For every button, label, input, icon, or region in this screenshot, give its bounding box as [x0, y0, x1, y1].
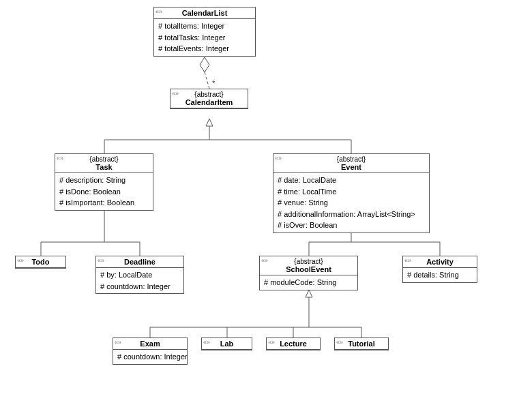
exam-name: Exam: [116, 340, 184, 348]
corner-tl: «»: [336, 339, 343, 346]
class-deadline: «» Deadline # by: LocalDate # countdown:…: [95, 256, 184, 294]
attr: # date: LocalDate: [278, 175, 425, 186]
attr: # by: LocalDate: [100, 269, 179, 281]
corner-tl: «»: [98, 257, 104, 264]
attr: # moduleCode: String: [264, 277, 353, 288]
corner-tl: «»: [268, 339, 275, 346]
attr: # venue: String: [278, 197, 425, 209]
corner-tl: «»: [203, 339, 210, 346]
class-todo: «» Todo: [15, 256, 66, 269]
class-schoolevent: «» {abstract} SchoolEvent # moduleCode: …: [259, 256, 358, 290]
class-calendarlist: «» CalendarList # totalItems: Integer # …: [153, 7, 256, 57]
schoolevent-name: SchoolEvent: [263, 265, 355, 273]
svg-text:*: *: [212, 79, 216, 87]
deadline-name: Deadline: [99, 258, 181, 266]
corner-tl: «»: [57, 155, 63, 162]
class-task: «» {abstract} Task # description: String…: [55, 153, 153, 211]
activity-attrs: # details: String: [403, 268, 477, 282]
lecture-name: Lecture: [269, 340, 317, 348]
task-name: Task: [58, 163, 150, 171]
class-activity: «» Activity # details: String: [402, 256, 477, 283]
corner-tl: «»: [155, 8, 162, 15]
attr: # isImportant: Boolean: [59, 197, 149, 209]
lab-name: Lab: [205, 340, 249, 348]
exam-attrs: # countdown: Integer: [113, 350, 187, 364]
deadline-attrs: # by: LocalDate # countdown: Integer: [96, 268, 183, 293]
event-name: Event: [276, 163, 426, 171]
svg-marker-27: [306, 290, 312, 297]
schoolevent-stereotype: {abstract}: [263, 258, 355, 265]
class-tutorial: «» Tutorial: [334, 338, 389, 350]
corner-tl: «»: [17, 257, 24, 264]
corner-tl: «»: [172, 90, 179, 97]
attr: # totalItems: Integer: [158, 20, 251, 32]
todo-name: Todo: [18, 258, 63, 266]
svg-line-1: [205, 72, 209, 89]
schoolevent-attrs: # moduleCode: String: [260, 275, 357, 290]
attr: # totalTasks: Integer: [158, 32, 251, 44]
class-lecture: «» Lecture: [266, 338, 321, 350]
attr: # time: LocalTime: [278, 186, 425, 198]
attr: # details: String: [407, 269, 473, 281]
attr: # countdown: Integer: [100, 281, 179, 292]
attr: # totalEvents: Integer: [158, 43, 251, 55]
attr: # isOver: Boolean: [278, 220, 425, 231]
calendaritem-stereotype: {abstract}: [173, 91, 245, 98]
task-attrs: # description: String # isDone: Boolean …: [55, 173, 153, 210]
corner-tl: «»: [115, 339, 121, 346]
corner-tl: «»: [404, 257, 411, 264]
tutorial-name: Tutorial: [338, 340, 385, 348]
svg-marker-6: [206, 119, 213, 126]
svg-marker-0: [200, 57, 209, 72]
class-lab: «» Lab: [201, 338, 252, 350]
attr: # additionalInformation: ArrayList<Strin…: [278, 209, 425, 220]
class-exam: «» Exam # countdown: Integer: [113, 338, 188, 365]
corner-tl: «»: [275, 155, 282, 162]
calendarlist-attrs: # totalItems: Integer # totalTasks: Inte…: [154, 19, 255, 56]
corner-tl: «»: [261, 257, 268, 264]
attr: # description: String: [59, 175, 149, 186]
attr: # countdown: Integer: [117, 351, 183, 363]
event-stereotype: {abstract}: [276, 155, 426, 163]
calendaritem-name: CalendarItem: [173, 98, 245, 106]
event-attrs: # date: LocalDate # time: LocalTime # ve…: [273, 173, 429, 232]
class-calendaritem: «» {abstract} CalendarItem: [170, 89, 248, 109]
uml-diagram: *: [0, 0, 519, 420]
task-stereotype: {abstract}: [58, 155, 150, 163]
activity-name: Activity: [406, 258, 474, 266]
attr: # isDone: Boolean: [59, 186, 149, 198]
class-event: «» {abstract} Event # date: LocalDate # …: [273, 153, 430, 233]
calendarlist-name: CalendarList: [157, 9, 252, 17]
